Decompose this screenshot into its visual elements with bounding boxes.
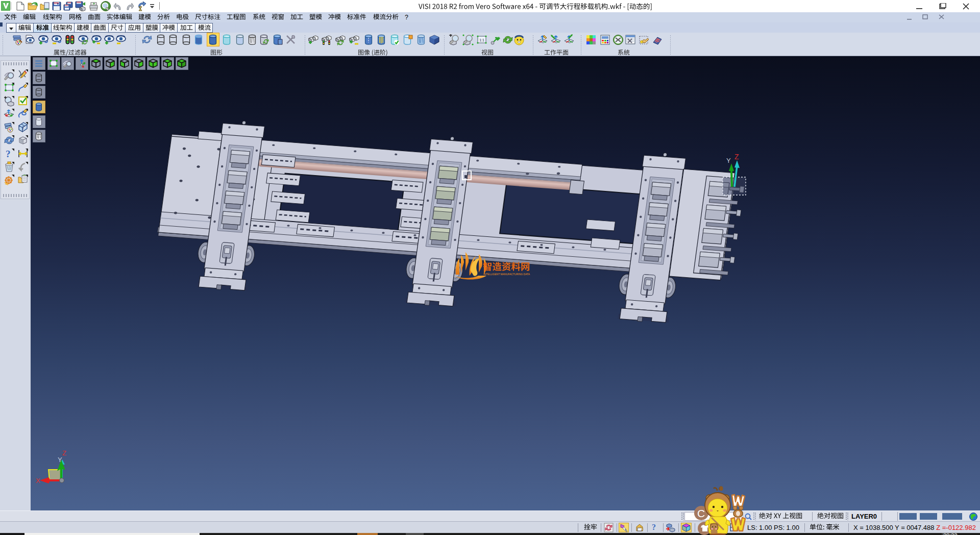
svg-text:Z: Z	[734, 153, 739, 161]
svg-text:INTELLIGENT MANUFACTURING DATA: INTELLIGENT MANUFACTURING DATA	[483, 273, 530, 276]
svg-text:Y: Y	[726, 157, 731, 164]
svg-text:C: C	[697, 507, 705, 519]
svg-text:Z: Z	[62, 449, 66, 457]
svg-text:Y: Y	[58, 456, 62, 464]
svg-text:?: ?	[6, 149, 11, 159]
svg-text:1:1: 1:1	[479, 38, 484, 42]
svg-text:X: X	[36, 477, 40, 484]
